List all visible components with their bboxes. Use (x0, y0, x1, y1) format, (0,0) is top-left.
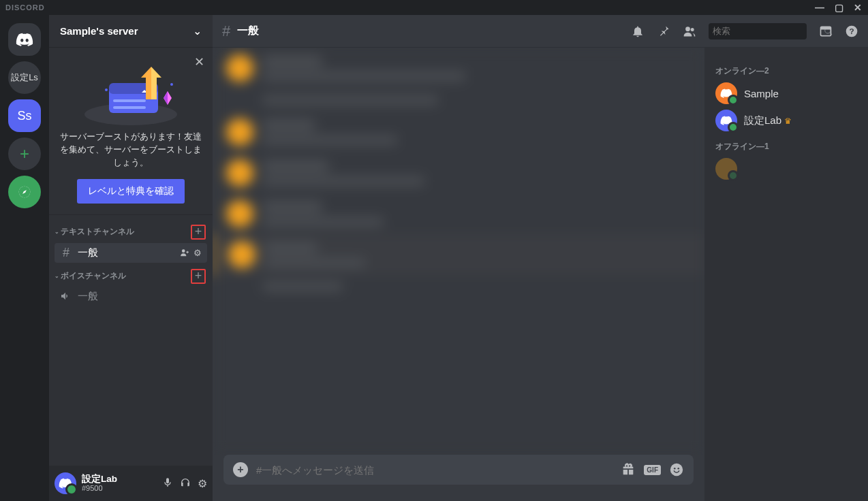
svg-text:?: ? (849, 27, 854, 35)
crown-icon: ♛ (784, 116, 792, 126)
server-name: Sample's server (60, 25, 138, 37)
svg-point-7 (170, 83, 173, 86)
inbox-icon[interactable] (819, 25, 833, 38)
text-category[interactable]: ⌄ テキストチャンネル + (49, 219, 213, 242)
home-button[interactable] (8, 23, 41, 56)
svg-point-6 (105, 88, 108, 91)
add-text-channel-button[interactable]: + (191, 225, 206, 240)
pin-icon[interactable] (657, 25, 670, 38)
message-input[interactable] (256, 464, 613, 476)
message-composer[interactable]: + GIF (223, 455, 694, 485)
guild-ss[interactable]: Ss (8, 99, 41, 132)
headphones-icon[interactable] (180, 477, 191, 490)
svg-point-15 (670, 464, 683, 476)
members-panel: オンライン—2 Sample 設定Lab♛ オフライン—1 (704, 48, 868, 501)
server-header[interactable]: Sample's server ⌄ (49, 15, 213, 48)
search-input[interactable] (713, 27, 820, 36)
offline-group-header: オフライン—1 (710, 134, 863, 155)
members-icon[interactable] (683, 25, 696, 38)
chevron-down-icon: ⌄ (55, 229, 59, 235)
close-icon[interactable]: ✕ (194, 54, 204, 69)
discord-logo-icon (59, 478, 72, 489)
user-tag: #9500 (82, 484, 157, 492)
hash-icon: # (60, 246, 72, 260)
window-close[interactable]: ✕ (854, 2, 863, 13)
svg-point-9 (685, 27, 690, 31)
online-group-header: オンライン—2 (710, 59, 863, 80)
add-server-button[interactable]: + (8, 138, 41, 170)
boost-card: ✕ サーバーブーストがあります！友達を集めて、サーバーをブー (49, 48, 213, 215)
svg-point-8 (182, 249, 185, 253)
user-name: 設定Lab (82, 474, 157, 485)
member-offline[interactable] (710, 155, 863, 182)
voice-category[interactable]: ⌄ ボイスチャンネル + (49, 263, 213, 287)
voice-channel-general[interactable]: 一般 (55, 287, 207, 306)
channel-sidebar: Sample's server ⌄ ✕ (49, 15, 213, 501)
window-maximize[interactable]: ▢ (835, 2, 844, 13)
emoji-icon[interactable] (669, 462, 684, 477)
gift-icon[interactable] (621, 462, 636, 477)
svg-point-17 (677, 468, 679, 470)
add-voice-channel-button[interactable]: + (191, 269, 206, 284)
invite-icon[interactable] (180, 248, 189, 258)
search-box[interactable] (709, 23, 807, 39)
chevron-down-icon: ⌄ (193, 25, 202, 37)
window-minimize[interactable]: — (815, 2, 825, 13)
gear-icon[interactable]: ⚙ (193, 248, 202, 258)
settings-gear-icon[interactable]: ⚙ (198, 477, 207, 490)
add-attachment-button[interactable]: + (233, 462, 248, 477)
explore-button[interactable] (8, 176, 41, 208)
hash-icon: # (222, 22, 230, 40)
user-panel: 設定Lab #9500 ⚙ (49, 466, 213, 501)
mic-icon[interactable] (162, 477, 173, 490)
boost-button[interactable]: レベルと特典を確認 (77, 179, 185, 204)
channel-title: 一般 (237, 24, 624, 38)
user-avatar[interactable] (55, 472, 76, 494)
svg-rect-4 (113, 106, 146, 109)
discord-logo-icon (16, 33, 33, 46)
boost-text: サーバーブーストがあります！友達を集めて、サーバーをブーストしましょう。 (60, 131, 202, 169)
chevron-down-icon: ⌄ (55, 273, 59, 279)
member-setteilab[interactable]: 設定Lab♛ (710, 107, 863, 134)
channel-topbar: # 一般 ? (213, 15, 868, 48)
boost-illustration (60, 59, 202, 127)
speaker-icon (60, 291, 72, 302)
discord-brand: DISCORD (5, 3, 45, 12)
compass-icon (18, 185, 31, 199)
svg-point-10 (691, 28, 694, 31)
guilds-bar: 設定Ls Ss + (0, 15, 49, 501)
help-icon[interactable]: ? (845, 25, 858, 38)
svg-rect-3 (113, 99, 146, 102)
gif-button[interactable]: GIF (644, 465, 661, 475)
svg-rect-12 (821, 27, 831, 29)
guild-settings-ls[interactable]: 設定Ls (8, 61, 41, 94)
messages-area (213, 48, 704, 455)
svg-point-16 (674, 468, 676, 470)
bell-icon[interactable] (631, 25, 645, 38)
member-sample[interactable]: Sample (710, 80, 863, 107)
text-channel-general[interactable]: # 一般 ⚙ (55, 243, 207, 263)
